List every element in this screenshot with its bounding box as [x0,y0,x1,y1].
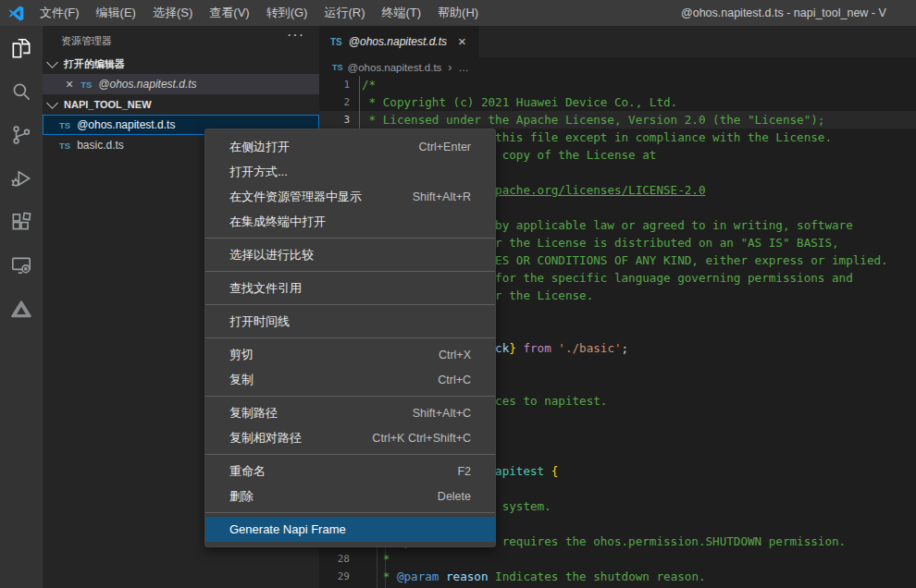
source-control-icon[interactable] [0,113,43,156]
line-number: 2 [319,93,354,111]
context-menu-item-label: 选择以进行比较 [229,247,314,263]
chevron-down-icon [46,56,58,68]
menubar-item[interactable]: 帮助(H) [429,0,487,26]
menubar-item[interactable]: 文件(F) [31,0,88,26]
context-menu: 在侧边打开Ctrl+Enter打开方式...在文件资源管理器中显示Shift+A… [204,129,496,547]
context-menu-separator [205,304,495,305]
context-menu-item[interactable]: 复制相对路径Ctrl+K Ctrl+Shift+C [205,425,495,450]
ts-file-icon: TS [59,120,70,130]
run-debug-icon[interactable] [0,156,43,200]
menubar-item[interactable]: 查看(V) [201,0,257,26]
context-menu-item[interactable]: 打开方式... [205,159,495,184]
context-menu-separator [205,337,495,338]
context-menu-item-label: 复制相对路径 [229,430,302,447]
tree-item-filename: @ohos.napitest.d.ts [77,118,175,131]
code-text: /* [362,76,376,93]
breadcrumb-file[interactable]: @ohos.napitest.d.ts [348,62,442,73]
context-menu-item[interactable]: 复制Ctrl+C [205,367,495,392]
ts-file-icon: TS [330,37,342,47]
context-menu-item[interactable]: 重命名F2 [205,459,495,484]
remote-explorer-icon[interactable] [0,243,43,287]
tab-ohos-napitest[interactable]: TS @ohos.napitest.d.ts × [319,26,478,57]
context-menu-item-label: 查找文件引用 [229,280,302,297]
context-menu-item-shortcut: Delete [419,490,471,503]
code-line: 28 * [319,550,916,568]
line-number: 3 [319,111,354,129]
menubar-item[interactable]: 运行(R) [316,0,373,26]
breadcrumb-more[interactable]: … [458,62,469,73]
breadcrumb-separator: › [448,61,452,74]
tree-item-filename: basic.d.ts [77,139,124,152]
context-menu-item-label: 在侧边打开 [229,139,290,155]
extensions-icon[interactable] [0,200,43,243]
code-line: 3 * Licensed under the Apache License, V… [319,111,916,129]
folder-header-napi-tool-new[interactable]: NAPI_TOOL_NEW [43,94,319,115]
code-line: 2 * Copyright (c) 2021 Huawei Device Co.… [319,93,916,111]
code-line: 29 * @param reason Indicates the shutdow… [319,568,916,585]
menubar-item[interactable]: 选择(S) [144,0,201,26]
context-menu-item[interactable]: Generate Napi Frame [205,517,495,542]
code-text: * Licensed under the Apache License, Ver… [362,111,824,129]
code-text: * Copyright (c) 2021 Huawei Device Co., … [362,93,677,111]
context-menu-item[interactable]: 在集成终端中打开 [205,209,495,234]
context-menu-item[interactable]: 删除Delete [205,484,495,508]
vscode-logo-icon [8,6,24,21]
context-menu-item[interactable]: 复制路径Shift+Alt+C [205,400,495,425]
code-text: * @param reason Indicates the shutdown r… [362,568,706,585]
context-menu-item-label: 重命名 [229,463,266,480]
context-menu-item[interactable]: 选择以进行比较 [205,242,495,267]
menubar-item[interactable]: 转到(G) [258,0,316,26]
context-menu-item-label: 复制路径 [229,405,278,422]
context-menu-item-shortcut: Shift+Alt+C [394,407,471,420]
context-menu-item[interactable]: 打开时间线 [205,309,495,334]
code-text: * [362,550,390,568]
context-menu-item[interactable]: 在侧边打开Ctrl+Enter [205,134,495,159]
context-menu-separator [205,271,495,272]
open-editors-header[interactable]: 打开的编辑器 [43,54,319,74]
context-menu-separator [205,238,495,239]
context-menu-item[interactable]: 在文件资源管理器中显示Shift+Alt+R [205,184,495,209]
open-editor-filename: @ohos.napitest.d.ts [98,78,196,91]
code-line: 1/* [319,76,916,93]
menu-bar: 文件(F)编辑(E)选择(S)查看(V)转到(G)运行(R)终端(T)帮助(H) [31,0,487,26]
context-menu-item-label: 删除 [229,488,254,505]
context-menu-item-label: 复制 [229,372,254,388]
ts-file-icon: TS [80,80,92,90]
menubar-item[interactable]: 编辑(E) [88,0,144,26]
ts-file-icon: TS [59,141,70,151]
open-editor-item[interactable]: × TS @ohos.napitest.d.ts [43,74,319,94]
chevron-down-icon [46,97,58,109]
context-menu-item-label: 打开时间线 [229,313,290,330]
tab-close-icon[interactable]: × [458,35,466,48]
explorer-icon[interactable] [0,26,43,69]
activity-bar [0,26,43,588]
context-menu-separator [205,454,495,455]
more-actions-icon[interactable]: ··· [287,27,304,43]
context-menu-item-shortcut: Ctrl+K Ctrl+Shift+C [353,432,471,445]
triangle-extension-icon[interactable] [0,287,43,330]
line-number: 28 [319,550,354,568]
context-menu-item[interactable]: 查找文件引用 [205,276,495,300]
context-menu-item[interactable]: 剪切Ctrl+X [205,342,495,367]
context-menu-item-shortcut: F2 [439,465,471,478]
context-menu-separator [205,396,495,397]
title-bar: 文件(F)编辑(E)选择(S)查看(V)转到(G)运行(R)终端(T)帮助(H)… [0,0,916,26]
menubar-item[interactable]: 终端(T) [373,0,429,26]
tab-bar: TS @ohos.napitest.d.ts × [319,26,916,57]
context-menu-item-shortcut: Ctrl+X [420,349,471,361]
context-menu-item-label: 在集成终端中打开 [229,214,326,230]
context-menu-item-label: Generate Napi Frame [229,522,346,536]
context-menu-item-shortcut: Ctrl+Enter [400,141,471,153]
vscode-window: 文件(F)编辑(E)选择(S)查看(V)转到(G)运行(R)终端(T)帮助(H)… [0,0,916,588]
line-number: 29 [319,568,354,585]
breadcrumb[interactable]: TS @ohos.napitest.d.ts › … [319,57,916,78]
line-number: 1 [319,76,354,93]
search-icon[interactable] [0,69,43,113]
ts-file-icon: TS [332,63,343,72]
window-title: @ohos.napitest.d.ts - napi_tool_new - V [681,0,886,26]
context-menu-item-shortcut: Ctrl+C [419,374,471,386]
sidebar-title: 资源管理器 [43,26,319,54]
context-menu-item-label: 在文件资源管理器中显示 [229,189,362,205]
context-menu-item-label: 打开方式... [229,164,288,180]
close-icon[interactable]: × [66,78,73,91]
